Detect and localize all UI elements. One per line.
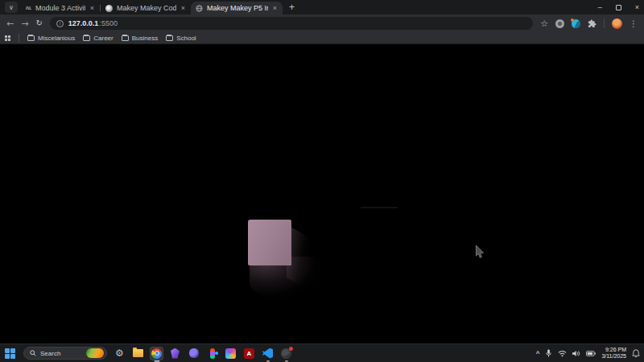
bookmark-folder-business[interactable]: Business: [122, 35, 158, 42]
maximize-button[interactable]: [616, 5, 621, 10]
browser-menu-icon[interactable]: ⋮: [630, 19, 638, 28]
notification-bell-icon[interactable]: [632, 349, 640, 358]
taskbar-search[interactable]: Search: [23, 347, 107, 360]
file-explorer-icon[interactable]: [132, 348, 144, 360]
folder-icon: [133, 349, 143, 357]
address-bar[interactable]: i 127.0.0.1 :5500: [50, 17, 533, 30]
windows-taskbar: Search ⚙ A ^: [0, 343, 644, 362]
tab-p5-interface[interactable]: Makey Makey P5 Interface ×: [191, 2, 283, 14]
tray-chevron-up-icon[interactable]: ^: [536, 350, 540, 357]
microphone-icon[interactable]: [545, 349, 552, 358]
tray-time: 9:26 PM: [601, 347, 626, 353]
speaker-icon[interactable]: [572, 350, 580, 357]
search-highlight-image: [86, 348, 104, 358]
profile-avatar[interactable]: [612, 19, 622, 29]
chevron-down-icon: ∨: [9, 4, 14, 11]
extensions-puzzle-icon[interactable]: [588, 19, 597, 28]
extension-icon[interactable]: [555, 19, 564, 28]
tray-date: 3/11/2025: [601, 353, 626, 360]
obsidian-app-icon[interactable]: [169, 348, 181, 360]
photos-icon: [225, 348, 236, 359]
bookmark-label: Career: [93, 35, 113, 42]
forward-button[interactable]: →: [21, 19, 28, 28]
bookmark-label: Miscelanious: [38, 35, 75, 42]
tab-module3-activity[interactable]: INL Module 3 Activity 1 - DESN228 ×: [21, 2, 100, 14]
extension-icon-teal[interactable]: [572, 19, 580, 28]
figma-icon: [210, 348, 215, 359]
close-window-button[interactable]: ×: [635, 3, 639, 11]
browser-toolbar: ← → ↻ i 127.0.0.1 :5500 ☆ ⋮: [0, 14, 644, 32]
globe-favicon: [196, 5, 203, 12]
url-port: :5500: [99, 19, 118, 27]
faint-box-edge: [361, 207, 398, 208]
search-icon: [30, 350, 36, 356]
photos-app-icon[interactable]: [225, 348, 237, 360]
bookmark-folder-school[interactable]: School: [166, 35, 196, 42]
close-tab-icon[interactable]: ×: [89, 5, 95, 12]
acrobat-icon: A: [244, 348, 254, 359]
lms-favicon: INL: [26, 6, 31, 10]
bookmark-folder-career[interactable]: Career: [83, 35, 113, 42]
bookmark-folder-miscelanious[interactable]: Miscelanious: [27, 35, 75, 42]
gear-icon: ⚙: [115, 348, 124, 359]
bookmarks-divider: [19, 34, 19, 43]
wifi-icon[interactable]: [558, 350, 567, 357]
purple-gem-icon: [171, 348, 180, 359]
purple-app-icon[interactable]: [188, 348, 200, 360]
folder-icon: [27, 35, 35, 41]
folder-icon: [122, 35, 129, 41]
close-tab-icon[interactable]: ×: [272, 5, 278, 12]
box-front-face: [248, 220, 291, 265]
browser-titlebar: ∨ INL Module 3 Activity 1 - DESN228 × Ma…: [0, 0, 644, 14]
mouse-cursor: [475, 245, 485, 259]
tab-code-variations[interactable]: Makey Makey Code Variations ×: [101, 2, 191, 14]
chrome-icon: [151, 348, 162, 359]
battery-icon[interactable]: [586, 351, 596, 356]
search-label: Search: [40, 350, 82, 357]
acrobat-app-icon[interactable]: A: [243, 348, 255, 360]
apps-grid-icon[interactable]: [5, 35, 10, 41]
tray-clock[interactable]: 9:26 PM 3/11/2025: [601, 347, 626, 360]
tab-title: Makey Makey P5 Interface: [207, 4, 268, 12]
minimize-button[interactable]: –: [598, 3, 602, 11]
bookmark-label: Business: [132, 35, 158, 42]
new-tab-button[interactable]: +: [289, 2, 295, 13]
tab-title: Makey Makey Code Variations: [117, 4, 176, 12]
3d-box-render: [246, 220, 343, 316]
url-host: 127.0.0.1: [68, 19, 99, 27]
back-button[interactable]: ←: [6, 19, 14, 28]
tab-title: Module 3 Activity 1 - DESN228: [35, 4, 85, 12]
reload-button[interactable]: ↻: [35, 19, 42, 27]
tab-search-button[interactable]: ∨: [5, 2, 18, 13]
start-button[interactable]: [5, 348, 15, 359]
bookmark-star-icon[interactable]: ☆: [540, 19, 548, 29]
purple-blob-icon: [189, 348, 199, 358]
github-favicon: [105, 5, 113, 12]
dark-sphere-app-icon[interactable]: [280, 348, 292, 360]
folder-icon: [166, 35, 173, 41]
vscode-app-icon[interactable]: [262, 348, 274, 360]
close-tab-icon[interactable]: ×: [180, 5, 186, 12]
toolbar-divider: [604, 19, 605, 28]
settings-app-icon[interactable]: ⚙: [114, 348, 126, 360]
vscode-icon: [262, 348, 273, 359]
figma-app-icon[interactable]: [206, 348, 218, 360]
p5-webgl-canvas[interactable]: [0, 44, 644, 343]
chrome-app-icon[interactable]: [151, 348, 163, 360]
site-info-icon[interactable]: i: [56, 20, 64, 27]
bookmarks-bar: Miscelanious Career Business School: [0, 32, 644, 44]
sphere-icon: [281, 348, 291, 359]
bookmark-label: School: [176, 35, 196, 42]
notification-badge: [289, 347, 293, 351]
folder-icon: [83, 35, 90, 41]
